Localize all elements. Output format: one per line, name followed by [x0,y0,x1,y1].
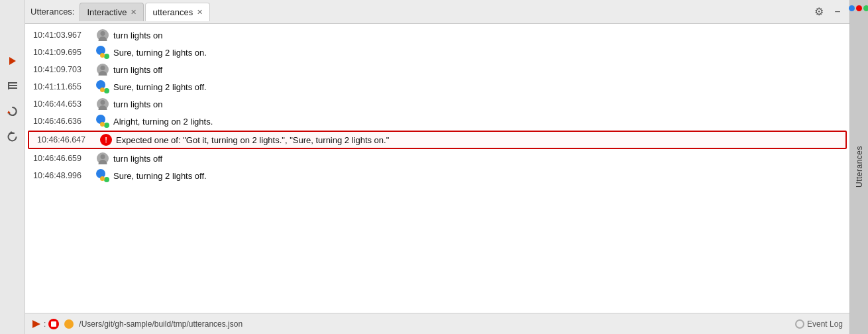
svg-rect-3 [8,87,17,89]
stop-icon[interactable] [48,319,59,329]
utterance-row: 10:41:11.655 Sure, turning 2 lights off. [25,78,849,95]
event-log-icon [795,319,804,329]
utterance-row: 10:41:09.695 Sure, turning 2 lights on. [25,44,849,61]
utterance-row: 10:41:03.967 turn lights on [25,27,849,44]
timestamp: 10:46:46.636 [33,117,96,126]
right-sidebar[interactable]: Utterances [849,0,868,334]
file-path: /Users/git/gh-sample/build/tmp/utterance… [79,319,243,329]
timestamp: 10:41:11.655 [33,82,96,91]
utterances-list[interactable]: 10:41:03.967 turn lights on 10:41:09.695… [25,24,849,313]
settings-icon[interactable]: ⚙ [812,5,826,19]
svg-marker-5 [7,111,11,113]
main-area: Utterances: Interactive ✕ utterances ✕ ⚙… [25,0,849,334]
tab-interactive-label: Interactive [87,7,127,17]
toolbar-icons: ⚙ − [812,5,844,19]
avatar-user [96,63,109,76]
avatar-user [96,152,109,165]
error-icon: ! [100,134,112,146]
svg-rect-1 [8,82,17,84]
list-icon[interactable] [5,78,21,94]
utterance-text: Alright, turning on 2 lights. [113,117,844,127]
avatar-assistant [96,46,109,59]
play-icon[interactable] [5,53,21,69]
tab-prefix: Utterances: [30,7,74,17]
utterance-row-error: 10:46:46.647 ! Expected one of: "Got it,… [28,131,847,149]
refresh-icon[interactable] [5,103,21,119]
play-stop-icon[interactable]: : [32,319,59,329]
tab-utterances-close[interactable]: ✕ [197,9,203,16]
tab-utterances-label: utterances [152,7,193,17]
svg-rect-2 [8,85,17,86]
avatar-assistant [96,169,109,182]
timestamp: 10:41:09.703 [33,65,96,74]
right-sidebar-dots [849,5,868,11]
rs-dot-blue [849,5,855,11]
event-log-button[interactable]: Event Log [795,319,843,329]
timestamp: 10:46:46.659 [33,154,96,163]
utterance-text: turn lights on [113,99,844,109]
avatar-user [96,97,109,111]
utterance-text: turn lights on [113,30,844,40]
utterance-text: Sure, turning 2 lights off. [113,82,844,92]
tab-bar: Utterances: Interactive ✕ utterances ✕ ⚙… [25,0,849,24]
event-log-label: Event Log [807,319,843,329]
timestamp: 10:41:09.695 [33,48,96,57]
undo-icon[interactable] [5,129,21,144]
avatar-user [96,28,109,42]
timestamp: 10:46:44.653 [33,99,96,109]
utterance-text: turn lights off [113,65,844,75]
utterance-row: 10:41:09.703 turn lights off [25,61,849,78]
utterance-row: 10:46:48.996 Sure, turning 2 lights off. [25,167,849,184]
utterance-row: 10:46:44.653 turn lights on [25,95,849,113]
utterance-text: Sure, turning 2 lights on. [113,48,844,58]
left-sidebar [0,0,25,334]
timestamp: 10:41:03.967 [33,30,96,40]
utterance-row: 10:46:46.659 turn lights off [25,150,849,167]
bottom-bar: : /Users/git/gh-sample/build/tmp/utteran… [25,313,849,334]
svg-marker-0 [9,57,16,65]
timestamp: 10:46:48.996 [33,171,96,180]
avatar-assistant [96,115,109,128]
status-dot-orange [64,319,74,329]
tab-interactive[interactable]: Interactive ✕ [80,3,144,21]
utterance-row: 10:46:46.636 Alright, turning on 2 light… [25,113,849,130]
timestamp: 10:46:46.647 [37,135,100,144]
utterance-text-error: Expected one of: "Got it, turning on 2 l… [116,135,840,145]
rs-dot-red [856,5,862,11]
right-sidebar-label: Utterances [855,146,864,188]
avatar-assistant [96,80,109,93]
tab-utterances[interactable]: utterances ✕ [145,3,210,21]
svg-rect-4 [8,83,9,89]
utterance-text: turn lights off [113,154,844,164]
minimize-icon[interactable]: − [831,5,844,19]
tab-interactive-close[interactable]: ✕ [131,9,136,16]
rs-dot-green [863,5,868,11]
utterance-text: Sure, turning 2 lights off. [113,171,844,181]
svg-marker-7 [32,320,40,328]
